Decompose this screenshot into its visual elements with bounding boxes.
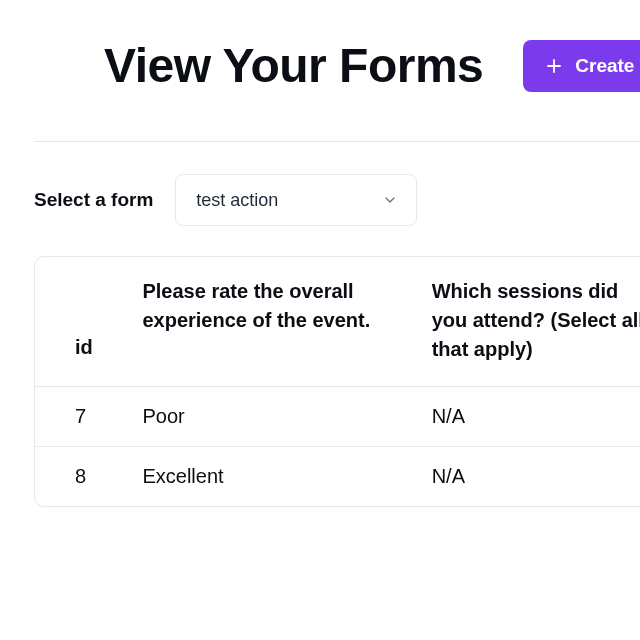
col-header-sessions: Which sessions did you attend? (Select a… [414,257,640,387]
col-header-id: id [35,257,124,387]
responses-table: id Please rate the overall experience of… [34,256,640,507]
cell-rate: Excellent [124,447,413,507]
cell-sessions: N/A [414,387,640,447]
table-header-row: id Please rate the overall experience of… [35,257,640,387]
chevron-down-icon [382,192,398,208]
table-row: 8 Excellent N/A job [35,447,640,507]
cell-rate: Poor [124,387,413,447]
form-selector-label: Select a form [34,189,153,211]
col-header-rate: Please rate the overall experience of th… [124,257,413,387]
table-row: 7 Poor N/A networking [35,387,640,447]
plus-icon [545,57,563,75]
create-button[interactable]: Create [523,40,640,92]
cell-sessions: N/A [414,447,640,507]
form-selector[interactable]: test action [175,174,417,226]
cell-id: 7 [35,387,124,447]
create-button-label: Create [575,55,634,77]
page-title: View Your Forms [104,38,483,93]
form-selector-value: test action [196,190,278,211]
header-divider [34,141,640,142]
cell-id: 8 [35,447,124,507]
